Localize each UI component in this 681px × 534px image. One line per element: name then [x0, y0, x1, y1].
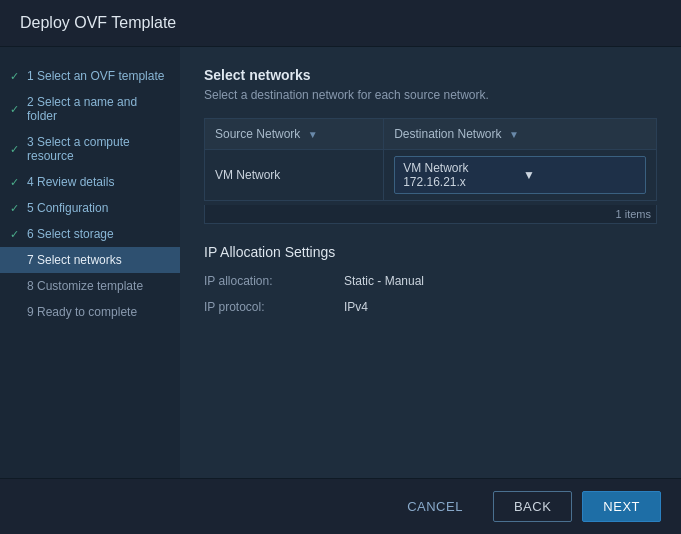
- ip-allocation-label: IP allocation:: [204, 274, 344, 288]
- check-icon: ✓: [10, 103, 22, 116]
- sidebar-item-step1[interactable]: ✓ 1 Select an OVF template: [0, 63, 180, 89]
- items-count: 1 items: [204, 205, 657, 224]
- ip-protocol-row: IP protocol: IPv4: [204, 300, 657, 314]
- check-icon: ✓: [10, 176, 22, 189]
- destination-network-cell: VM Network 172.16.21.x ▼: [384, 150, 657, 201]
- sidebar: ✓ 1 Select an OVF template ✓ 2 Select a …: [0, 47, 180, 478]
- source-network-header: Source Network ▼: [205, 119, 384, 150]
- back-button[interactable]: BACK: [493, 491, 572, 522]
- check-icon: ✓: [10, 202, 22, 215]
- next-button[interactable]: NEXT: [582, 491, 661, 522]
- deploy-ovf-dialog: Deploy OVF Template ✓ 1 Select an OVF te…: [0, 0, 681, 534]
- ip-section-title: IP Allocation Settings: [204, 244, 657, 260]
- network-table: Source Network ▼ Destination Network ▼ V…: [204, 118, 657, 201]
- sidebar-item-step9[interactable]: 9 Ready to complete: [0, 299, 180, 325]
- destination-select-wrapper[interactable]: VM Network 172.16.21.x ▼: [394, 156, 646, 194]
- sidebar-item-step5[interactable]: ✓ 5 Configuration: [0, 195, 180, 221]
- ip-protocol-label: IP protocol:: [204, 300, 344, 314]
- filter-icon[interactable]: ▼: [308, 129, 318, 140]
- check-icon: ✓: [10, 70, 22, 83]
- sidebar-item-step4[interactable]: ✓ 4 Review details: [0, 169, 180, 195]
- sidebar-item-step6[interactable]: ✓ 6 Select storage: [0, 221, 180, 247]
- section-desc: Select a destination network for each so…: [204, 88, 657, 102]
- destination-network-header: Destination Network ▼: [384, 119, 657, 150]
- check-icon: ✓: [10, 228, 22, 241]
- chevron-down-icon: ▼: [523, 168, 637, 182]
- dialog-title: Deploy OVF Template: [0, 0, 681, 47]
- source-network-cell: VM Network: [205, 150, 384, 201]
- sidebar-item-step3[interactable]: ✓ 3 Select a compute resource: [0, 129, 180, 169]
- cancel-button[interactable]: CANCEL: [387, 491, 483, 522]
- ip-allocation-row: IP allocation: Static - Manual: [204, 274, 657, 288]
- ip-protocol-value: IPv4: [344, 300, 368, 314]
- filter-icon[interactable]: ▼: [509, 129, 519, 140]
- main-content: Select networks Select a destination net…: [180, 47, 681, 478]
- section-title: Select networks: [204, 67, 657, 83]
- ip-allocation-section: IP Allocation Settings IP allocation: St…: [204, 244, 657, 314]
- sidebar-item-step8[interactable]: 8 Customize template: [0, 273, 180, 299]
- sidebar-item-step2[interactable]: ✓ 2 Select a name and folder: [0, 89, 180, 129]
- table-row: VM Network VM Network 172.16.21.x ▼: [205, 150, 657, 201]
- check-icon: ✓: [10, 143, 22, 156]
- dialog-footer: CANCEL BACK NEXT: [0, 478, 681, 534]
- ip-allocation-value: Static - Manual: [344, 274, 424, 288]
- dialog-body: ✓ 1 Select an OVF template ✓ 2 Select a …: [0, 47, 681, 478]
- sidebar-item-step7[interactable]: 7 Select networks: [0, 247, 180, 273]
